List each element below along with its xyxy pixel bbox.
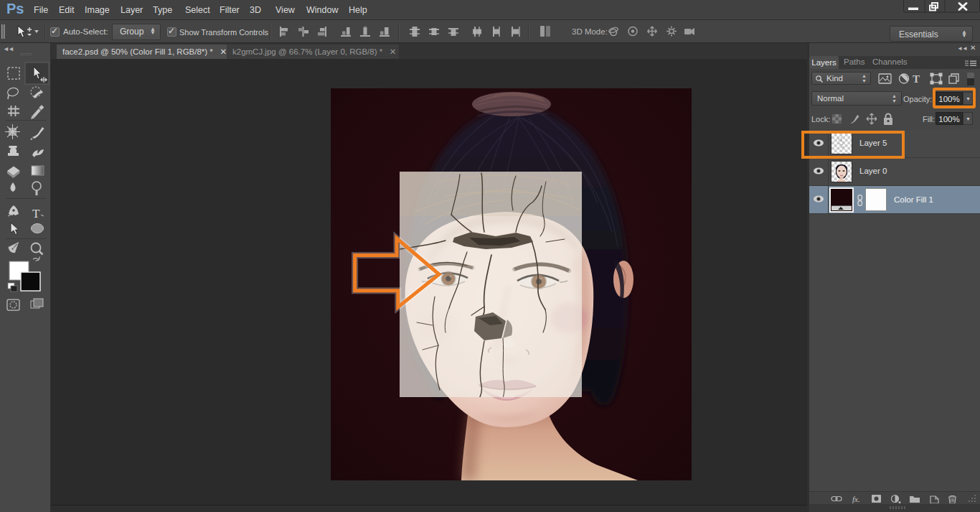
svg-text:T: T (913, 73, 920, 85)
svg-text:fx.: fx. (852, 495, 860, 503)
svg-text:◄◄: ◄◄ (3, 45, 14, 52)
svg-text:T: T (32, 207, 40, 220)
